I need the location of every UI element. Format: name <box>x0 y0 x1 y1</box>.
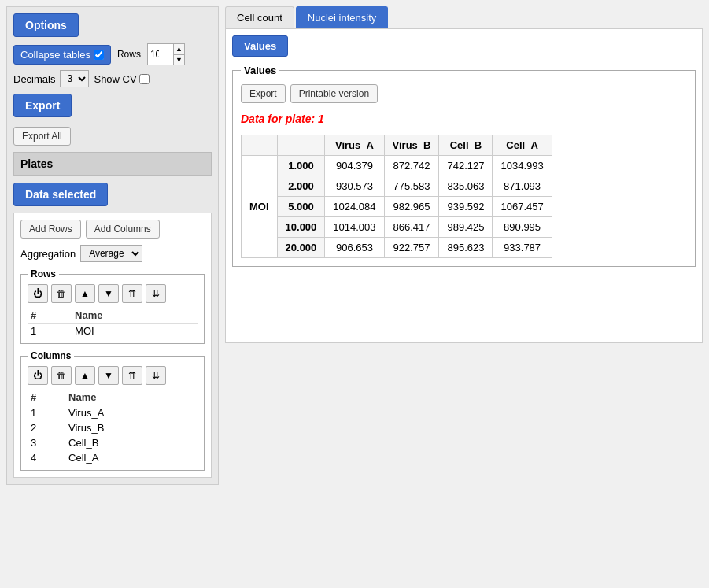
cell-a-value: 890.995 <box>493 217 552 238</box>
virus-a-value: 906.653 <box>325 238 384 258</box>
cell-a-value: 933.787 <box>493 238 552 258</box>
rows-up-btn[interactable]: ▲ <box>75 284 95 303</box>
data-selected-button[interactable]: Data selected <box>13 183 108 206</box>
values-section-legend: Values <box>241 65 279 76</box>
cols-field-name: Virus_A <box>65 405 198 421</box>
table-header-empty1 <box>242 135 278 156</box>
show-cv-text: Show CV <box>94 73 136 85</box>
moi-value: 5.000 <box>277 197 325 217</box>
cell-a-value: 871.093 <box>493 176 552 197</box>
cell-b-value: 939.592 <box>439 197 493 217</box>
moi-value: 1.000 <box>277 156 325 176</box>
export-all-button[interactable]: Export All <box>13 127 71 146</box>
cell-a-value: 1067.457 <box>493 197 552 217</box>
aggregation-label: Aggregation <box>20 248 76 260</box>
cols-power-btn[interactable]: ⏻ <box>28 366 48 385</box>
columns-section-legend: Columns <box>28 350 74 361</box>
moi-value: 2.000 <box>277 176 325 197</box>
rows-delete-btn[interactable]: 🗑 <box>51 284 72 303</box>
cols-col-name: Name <box>65 390 198 405</box>
table-header-virus-b: Virus_B <box>384 135 439 156</box>
virus-a-value: 1014.003 <box>325 217 384 238</box>
collapse-tables-label[interactable]: Collapse tables <box>13 45 111 65</box>
moi-value: 10.000 <box>277 217 325 238</box>
rows-col-num: # <box>28 308 72 324</box>
plates-header: Plates <box>14 153 211 176</box>
table-row: MOI 1.000 904.379 872.742 742.127 1034.9… <box>242 156 552 176</box>
tab-cell-count[interactable]: Cell count <box>225 6 294 28</box>
export-button[interactable]: Export <box>13 94 72 117</box>
values-export-button[interactable]: Export <box>241 84 286 103</box>
options-button[interactable]: Options <box>13 13 79 37</box>
data-table: Virus_A Virus_B Cell_B Cell_A MOI 1.000 … <box>241 135 552 258</box>
show-cv-label[interactable]: Show CV <box>94 73 149 85</box>
decimals-label: Decimals <box>13 73 55 85</box>
cols-field-num: 1 <box>28 405 65 421</box>
cols-field-num: 2 <box>28 420 65 435</box>
data-title: Data for plate: 1 <box>241 113 687 125</box>
printable-version-button[interactable]: Printable version <box>290 84 378 103</box>
cols-field-name: Cell_A <box>65 450 198 465</box>
cols-up-btn[interactable]: ▲ <box>75 366 95 385</box>
table-row: 5.000 1024.084 982.965 939.592 1067.457 <box>242 197 552 217</box>
rows-sort-asc-btn[interactable]: ⇈ <box>122 284 142 303</box>
cell-a-value: 1034.993 <box>493 156 552 176</box>
cell-b-value: 835.063 <box>439 176 493 197</box>
cols-field-row: 2Virus_B <box>28 420 198 435</box>
values-tab-button[interactable]: Values <box>232 35 288 57</box>
table-row: 20.000 906.653 922.757 895.623 933.787 <box>242 238 552 258</box>
rows-field-row: 1MOI <box>28 324 198 339</box>
rows-section-legend: Rows <box>28 268 59 279</box>
decimals-select[interactable]: 3 0 1 2 4 <box>60 70 89 87</box>
cols-delete-btn[interactable]: 🗑 <box>51 366 72 385</box>
table-header-cell-b: Cell_B <box>439 135 493 156</box>
moi-value: 20.000 <box>277 238 325 258</box>
cols-field-row: 3Cell_B <box>28 435 198 450</box>
cols-field-num: 3 <box>28 435 65 450</box>
aggregation-select[interactable]: Average Sum Min Max <box>80 245 142 262</box>
virus-b-value: 922.757 <box>384 238 439 258</box>
rows-down-btn[interactable]: ▼ <box>98 284 119 303</box>
cols-field-row: 1Virus_A <box>28 405 198 421</box>
rows-col-name: Name <box>72 308 198 324</box>
rows-label: Rows <box>117 49 141 60</box>
table-header-cell-a: Cell_A <box>493 135 552 156</box>
cols-sort-asc-btn[interactable]: ⇈ <box>122 366 142 385</box>
virus-b-value: 982.965 <box>384 197 439 217</box>
virus-a-value: 904.379 <box>325 156 384 176</box>
rows-input[interactable]: 10 <box>148 44 173 65</box>
cols-col-num: # <box>28 390 65 405</box>
add-columns-button[interactable]: Add Columns <box>86 220 160 239</box>
rows-down-btn[interactable]: ▼ <box>174 55 184 65</box>
rows-field-name: MOI <box>72 324 198 339</box>
cols-down-btn[interactable]: ▼ <box>98 366 119 385</box>
collapse-tables-checkbox[interactable] <box>94 50 104 60</box>
add-rows-button[interactable]: Add Rows <box>20 220 81 239</box>
table-header-empty2 <box>277 135 325 156</box>
virus-a-value: 1024.084 <box>325 197 384 217</box>
cols-sort-desc-btn[interactable]: ⇊ <box>146 366 166 385</box>
table-header-virus-a: Virus_A <box>325 135 384 156</box>
virus-a-value: 930.573 <box>325 176 384 197</box>
virus-b-value: 866.417 <box>384 217 439 238</box>
cols-field-name: Virus_B <box>65 420 198 435</box>
rows-power-btn[interactable]: ⏻ <box>28 284 48 303</box>
table-row: 2.000 930.573 775.583 835.063 871.093 <box>242 176 552 197</box>
rows-field-num: 1 <box>28 324 72 339</box>
moi-label: MOI <box>242 156 278 258</box>
show-cv-checkbox[interactable] <box>139 74 150 84</box>
table-row: 10.000 1014.003 866.417 989.425 890.995 <box>242 217 552 238</box>
rows-up-btn[interactable]: ▲ <box>174 44 184 55</box>
tab-nuclei-intensity[interactable]: Nuclei intensity <box>296 6 388 28</box>
cell-b-value: 989.425 <box>439 217 493 238</box>
cols-field-name: Cell_B <box>65 435 198 450</box>
virus-b-value: 775.583 <box>384 176 439 197</box>
cell-b-value: 742.127 <box>439 156 493 176</box>
rows-sort-desc-btn[interactable]: ⇊ <box>146 284 166 303</box>
cell-b-value: 895.623 <box>439 238 493 258</box>
cols-field-num: 4 <box>28 450 65 465</box>
virus-b-value: 872.742 <box>384 156 439 176</box>
cols-field-row: 4Cell_A <box>28 450 198 465</box>
collapse-tables-text: Collapse tables <box>20 49 90 61</box>
rows-spinner[interactable]: 10 ▲ ▼ <box>147 43 185 65</box>
